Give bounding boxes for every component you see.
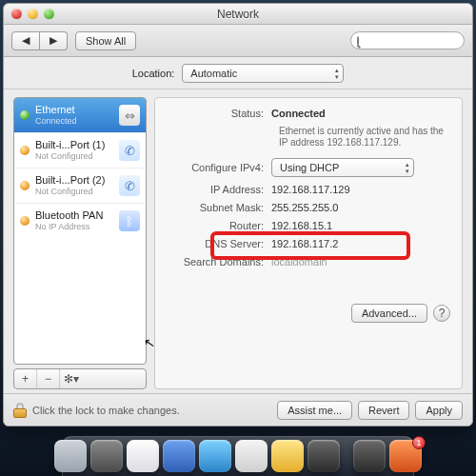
forward-button[interactable]: ▶ (40, 31, 68, 50)
revert-button[interactable]: Revert (358, 401, 409, 420)
source-sub: Not Configured (35, 186, 105, 197)
status-dot-warning-icon (20, 146, 30, 155)
bluetooth-icon: ᛒ (119, 210, 140, 231)
toolbar: ◀ ▶ Show All (4, 25, 472, 57)
window-title: Network (4, 8, 472, 21)
dns-value: 192.168.117.2 (271, 238, 338, 249)
dock-app[interactable] (235, 440, 268, 472)
ip-label: IP Address: (167, 184, 271, 195)
location-row: Location: Automatic ▴▾ (4, 57, 472, 89)
source-item-bluetooth[interactable]: Bluetooth PAN No IP Address ᛒ (14, 204, 146, 238)
source-sub: Not Configured (35, 150, 105, 162)
status-label: Status: (167, 108, 271, 119)
bottom-bar: Click the lock to make changes. Assist m… (4, 393, 472, 426)
search-domains-value: localdomain (271, 256, 327, 268)
location-popup[interactable]: Automatic ▴▾ (182, 64, 344, 83)
location-value: Automatic (190, 68, 237, 79)
dock: 1 (62, 436, 414, 476)
source-name: Built-i...Port (1) (35, 139, 105, 150)
nav-seg: ◀ ▶ (11, 31, 68, 50)
location-label: Location: (132, 68, 175, 79)
router-value: 192.168.15.1 (271, 220, 332, 231)
search-icon (357, 36, 359, 46)
configure-value: Using DHCP (280, 162, 339, 173)
search-field[interactable] (350, 31, 465, 50)
subnet-value: 255.255.255.0 (271, 202, 338, 213)
dock-app[interactable] (307, 440, 340, 472)
minimize-window-button[interactable] (28, 9, 38, 19)
status-dot-connected-icon (20, 110, 30, 120)
status-dot-warning-icon (20, 216, 30, 226)
network-preferences-window: Network ◀ ▶ Show All Location: Automatic… (3, 3, 473, 426)
status-dot-warning-icon (20, 181, 30, 190)
sidebar: Ethernet Connected ⇔ Built-i...Port (1) … (13, 97, 147, 389)
zoom-window-button[interactable] (44, 9, 54, 19)
remove-source-button[interactable]: − (37, 369, 60, 388)
router-label: Router: (167, 220, 271, 231)
dock-app[interactable] (163, 440, 195, 472)
show-all-button[interactable]: Show All (75, 31, 136, 50)
source-sub: No IP Address (35, 221, 103, 232)
source-item-ethernet[interactable]: Ethernet Connected ⇔ (14, 98, 146, 133)
dock-app[interactable] (54, 440, 87, 472)
source-sub: Connected (35, 115, 77, 127)
action-menu-button[interactable]: ✻▾ (60, 369, 83, 388)
source-list[interactable]: Ethernet Connected ⇔ Built-i...Port (1) … (13, 97, 147, 365)
subnet-label: Subnet Mask: (167, 202, 271, 213)
modem-icon: ✆ (119, 175, 140, 196)
dock-badge: 1 (412, 436, 426, 449)
dock-app[interactable] (127, 440, 159, 472)
search-domains-label: Search Domains: (167, 256, 271, 268)
dock-app[interactable] (353, 440, 386, 472)
dns-label: DNS Server: (167, 238, 271, 249)
status-description: Ethernet is currently active and has the… (279, 126, 450, 149)
source-name: Built-i...Port (2) (35, 174, 105, 186)
window-controls (4, 9, 54, 19)
close-window-button[interactable] (11, 9, 22, 19)
apply-button[interactable]: Apply (415, 401, 463, 420)
assist-me-button[interactable]: Assist me... (277, 401, 352, 420)
add-source-button[interactable]: + (14, 369, 37, 388)
help-button[interactable]: ? (433, 305, 450, 322)
status-value: Connected (271, 108, 326, 119)
ethernet-icon: ⇔ (119, 105, 140, 126)
detail-panel: Status: Connected Ethernet is currently … (154, 97, 463, 389)
lock-area[interactable]: Click the lock to make changes. (13, 403, 180, 418)
dock-app[interactable] (271, 440, 304, 472)
content: Ethernet Connected ⇔ Built-i...Port (1) … (4, 89, 472, 393)
ip-value: 192.168.117.129 (271, 184, 350, 195)
configure-label: Configure IPv4: (167, 162, 271, 173)
lock-text: Click the lock to make changes. (32, 405, 180, 416)
dock-app[interactable] (199, 440, 231, 472)
search-input[interactable] (363, 35, 476, 47)
configure-ipv4-popup[interactable]: Using DHCP ▴▾ (271, 158, 414, 177)
back-button[interactable]: ◀ (11, 31, 40, 50)
source-item-port2[interactable]: Built-i...Port (2) Not Configured ✆ (14, 169, 146, 204)
popup-arrows-icon: ▴▾ (406, 161, 409, 174)
source-name: Bluetooth PAN (35, 209, 103, 221)
advanced-button[interactable]: Advanced... (351, 304, 427, 323)
source-footer: + − ✻▾ (13, 368, 147, 389)
dock-app[interactable] (90, 440, 123, 472)
popup-arrows-icon: ▴▾ (335, 67, 339, 80)
lock-icon (13, 403, 27, 418)
source-item-port1[interactable]: Built-i...Port (1) Not Configured ✆ (14, 133, 146, 169)
titlebar: Network (4, 4, 472, 25)
modem-icon: ✆ (119, 140, 140, 161)
source-name: Ethernet (35, 104, 77, 115)
